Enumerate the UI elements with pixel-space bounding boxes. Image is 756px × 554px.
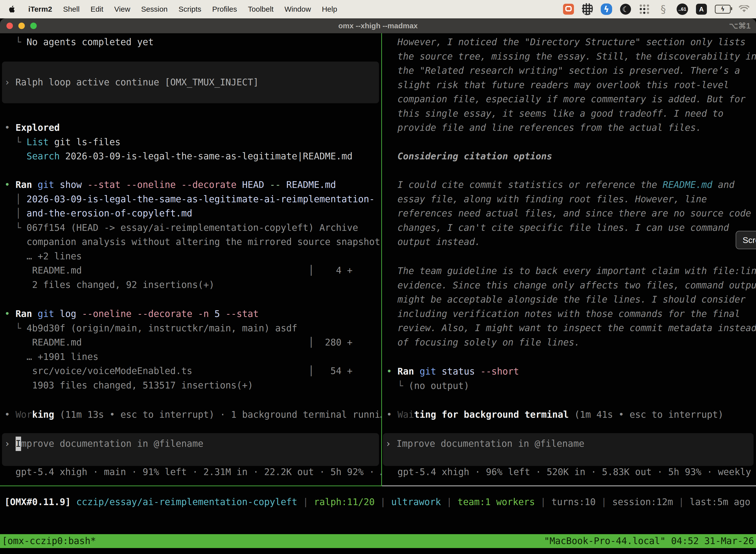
- prompt-input[interactable]: › Improve documentation in @filename: [2, 433, 379, 466]
- terminal-line: └ (no output): [386, 379, 756, 393]
- menu-item-edit[interactable]: Edit: [90, 5, 104, 13]
- terminal-line: README.md │ 280 +: [4, 335, 381, 350]
- dots-grid-icon[interactable]: [639, 4, 650, 15]
- omx-status-segment: turns:10: [551, 497, 595, 507]
- wifi-icon[interactable]: [739, 3, 750, 15]
- zoom-button[interactable]: [30, 22, 37, 29]
- tmux-status-bar: [omx-cczip0:bash* "MacBook-Pro-44.local"…: [0, 534, 756, 548]
- terminal-line: └ No agents completed yet: [4, 35, 381, 49]
- shield-keypad-icon[interactable]: [582, 3, 593, 15]
- minimize-button[interactable]: [18, 22, 25, 29]
- prompt-input[interactable]: › Improve documentation in @filename: [383, 433, 754, 466]
- terminal-line: However, I noticed the "Directory Struct…: [386, 35, 756, 49]
- terminal-line: this single essay, it seems like a good …: [386, 107, 756, 121]
- chat-bubble-icon[interactable]: [563, 4, 574, 15]
- thinking-paragraph: The team guideline is to back every impo…: [386, 264, 756, 349]
- terminal-line: › Improve documentation in @filename: [4, 437, 379, 451]
- menu-item-help[interactable]: Help: [322, 5, 337, 13]
- menu-item-scripts[interactable]: Scripts: [179, 5, 201, 13]
- terminal-pane-right[interactable]: However, I noticed the "Directory Struct…: [382, 33, 756, 486]
- menu-item-session[interactable]: Session: [141, 5, 168, 13]
- keyboard-a-icon[interactable]: A: [696, 4, 707, 15]
- terminal-line: Search 2026-03-09-is-legal-the-same-as-l…: [4, 149, 381, 164]
- agents-summary: └ No agents completed yet: [4, 35, 381, 49]
- menu-item-view[interactable]: View: [114, 5, 130, 13]
- terminal-line: references need actual files, and since …: [386, 206, 756, 221]
- thinking-paragraph: However, I noticed the "Directory Struct…: [386, 35, 756, 135]
- working-spinner-line: • Working (11m 13s • esc to interrupt) ·…: [4, 407, 381, 422]
- terminal-line: I could cite commit statistics or refere…: [386, 178, 756, 192]
- moon-circle-icon[interactable]: ☾: [620, 4, 631, 15]
- terminal-line: • Ran git status --short: [386, 365, 756, 379]
- pane-divider-vertical[interactable]: [381, 33, 382, 486]
- tmux-host-clock: "MacBook-Pro-44.local" 04:52 31-Mar-26: [544, 534, 754, 548]
- terminal-line: • Waiting for background terminal (1m 41…: [386, 407, 756, 422]
- omx-status-segment: |: [535, 497, 552, 507]
- terminal-line: gpt-5.4 xhigh · 96% left · 520K in · 5.8…: [386, 465, 756, 479]
- menu-bar-left: iTerm2 ShellEditViewSessionScriptsProfil…: [6, 3, 337, 15]
- explored-section: • Explored └ List git ls-files Search 20…: [4, 121, 381, 164]
- battery-charging-icon[interactable]: ϟ: [715, 5, 731, 14]
- omx-status-segment: |: [375, 497, 391, 507]
- omx-status-segment: ultrawork: [391, 497, 441, 507]
- terminal-line: companion file, especially if more comme…: [386, 92, 756, 107]
- terminal-line: the source tree, missing the essay. Stil…: [386, 49, 756, 64]
- menu-item-window[interactable]: Window: [285, 5, 311, 13]
- omx-status-segment: |: [297, 497, 314, 507]
- apple-menu-icon[interactable]: [6, 3, 17, 15]
- omx-status-segment: last:5m ago: [690, 497, 750, 507]
- terminal-line: • Working (11m 13s • esc to interrupt) ·…: [4, 407, 381, 422]
- terminal-line: … +2 lines: [4, 249, 381, 264]
- omx-status-segment: |: [441, 497, 458, 507]
- menu-item-shell[interactable]: Shell: [63, 5, 80, 13]
- session-status-line: gpt-5.4 xhigh · main · 91% left · 2.31M …: [4, 465, 381, 479]
- waiting-spinner-line: • Waiting for background terminal (1m 41…: [386, 407, 756, 422]
- terminal-line: │ and-the-erosion-of-copyleft.md: [4, 206, 381, 221]
- menu-items: ShellEditViewSessionScriptsProfilesToolb…: [63, 5, 337, 13]
- omx-status-segment: ralph:11/20: [314, 497, 375, 507]
- ran-git-log-section: • Ran git log --oneline --decorate -n 5 …: [4, 307, 381, 392]
- terminal-pane-left[interactable]: └ No agents completed yet› Ralph loop ac…: [0, 33, 381, 486]
- tmux-session-label: [omx-cczip0:bash*: [2, 534, 96, 548]
- menu-app-name[interactable]: iTerm2: [28, 5, 52, 13]
- pane-border-inactive: [382, 486, 756, 486]
- screen-share-overlay-label: Scre: [743, 235, 756, 245]
- menu-item-profiles[interactable]: Profiles: [212, 5, 237, 13]
- terminal-line: review. Also, I might want to inspect th…: [386, 321, 756, 335]
- window-title: omx --xhigh --madmax: [338, 21, 418, 30]
- menu-bar-status-icons: ϟ ☾ § ..61 A ϟ: [563, 3, 750, 15]
- terminal-line: › Improve documentation in @filename: [385, 437, 754, 451]
- terminal-line: provide file and line references from th…: [386, 121, 756, 135]
- omx-status-bar: [OMX#0.11.9] cczip/essay/ai-reimplementa…: [4, 495, 750, 509]
- session-status-line: gpt-5.4 xhigh · 96% left · 520K in · 5.8…: [386, 465, 756, 479]
- pane-border-active: [0, 486, 381, 486]
- terminal-line: • Ran git log --oneline --decorate -n 5 …: [4, 307, 381, 321]
- terminal-line: └ 4b9d30f (origin/main, instructkr/main,…: [4, 321, 381, 336]
- lightning-badge-icon[interactable]: ϟ: [601, 3, 612, 15]
- terminal-line: gpt-5.4 xhigh · main · 91% left · 2.31M …: [4, 465, 381, 479]
- badge-61-icon[interactable]: ..61: [677, 3, 688, 15]
- ran-git-show-section: • Ran git show --stat --oneline --decora…: [4, 178, 381, 292]
- macos-menu-bar: iTerm2 ShellEditViewSessionScriptsProfil…: [0, 0, 756, 18]
- terminal-line: might be acceptable alongside the file l…: [386, 292, 756, 307]
- terminal-line: │ 2026-03-09-is-legal-the-same-as-legiti…: [4, 192, 381, 207]
- terminal-line: • Ran git show --stat --oneline --decora…: [4, 178, 381, 192]
- thinking-heading: Considering citation options: [386, 149, 756, 164]
- terminal-line: src/voice/voiceModeEnabled.ts │ 54 +: [4, 364, 381, 378]
- terminal-line: └ 067f154 (HEAD -> essay/ai-reimplementa…: [4, 221, 381, 235]
- omx-status-segment: cczip/essay/ai-reimplementation-copyleft: [76, 497, 297, 507]
- terminal-line: of focusing solely on file lines.: [386, 335, 756, 350]
- terminal-line: The team guideline is to back every impo…: [386, 264, 756, 278]
- ran-git-status-section: • Ran git status --short └ (no output): [386, 365, 756, 393]
- terminal-line: the "Related research writing" section i…: [386, 63, 756, 78]
- close-button[interactable]: [6, 22, 13, 29]
- menu-item-toolbelt[interactable]: Toolbelt: [248, 5, 273, 13]
- terminal-line: companion analysis without altering the …: [4, 235, 381, 249]
- terminal-line: changes, I can't cite specific file line…: [386, 221, 756, 235]
- terminal-line: 1903 files changed, 513517 insertions(+): [4, 378, 381, 393]
- squiggle-icon[interactable]: §: [658, 3, 669, 15]
- omx-status-segment: [71, 497, 76, 507]
- terminal-line: including verification notes with those …: [386, 307, 756, 321]
- screen-share-overlay[interactable]: Scre: [736, 231, 756, 249]
- window-title-bar: omx --xhigh --madmax ⌥⌘1: [0, 18, 756, 33]
